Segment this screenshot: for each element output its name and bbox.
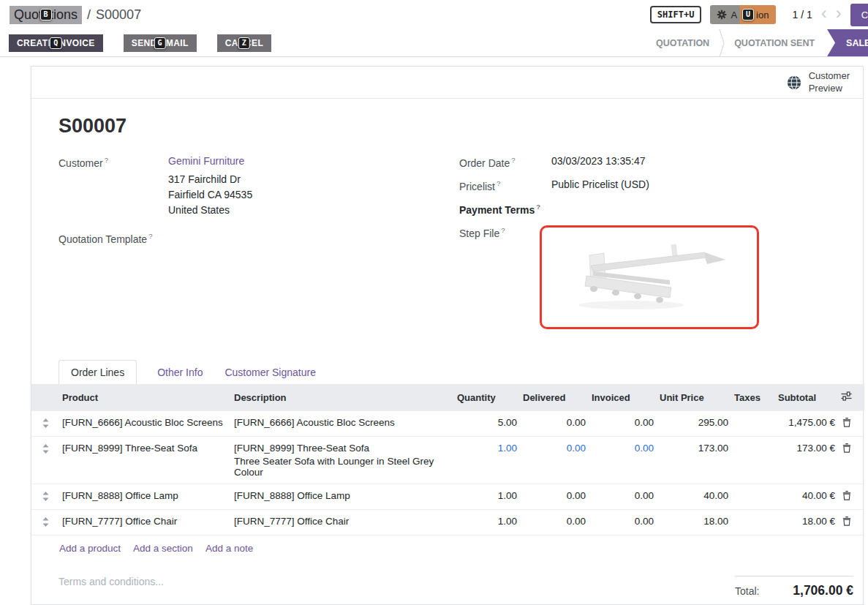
action-menu-button[interactable]: A U ion [710,5,776,24]
line-invoiced[interactable]: 0.00 [589,437,657,484]
breadcrumb-current: S00007 [96,7,141,23]
line-product[interactable]: [FURN_8888] Office Lamp [59,484,231,510]
action-button-right: U ion [740,5,776,24]
add-product-link[interactable]: Add a product [59,543,121,554]
line-subtotal: 173.00 € [775,437,838,484]
sheet-footer: Terms and conditions... Total: 1,706.00 … [31,561,863,598]
line-description[interactable]: [FURN_8999] Three-Seat Sofa Three Seater… [231,437,454,484]
line-taxes[interactable] [731,411,775,437]
order-line-row[interactable]: [FURN_7777] Office Chair [FURN_7777] Off… [31,510,864,536]
send-email-button[interactable]: SEND EMAIL G [124,34,197,52]
breadcrumb-quotations-link[interactable]: Quotations B [10,6,82,24]
col-unit-price[interactable]: Unit Price [657,384,731,411]
col-subtotal[interactable]: Subtotal [775,384,838,411]
help-marker: ? [497,179,500,187]
line-product[interactable]: [FURN_6666] Acoustic Bloc Screens [59,411,231,437]
action-label-start: A [731,10,737,20]
line-taxes[interactable] [731,510,775,536]
hint-badge-z: Z [238,37,250,49]
tab-customer-signature[interactable]: Customer Signature [223,361,317,384]
line-unit-price[interactable]: 18.00 [657,510,731,536]
order-date-label: Order Date? [459,155,551,170]
handle-column-header [31,384,59,411]
line-description[interactable]: [FURN_7777] Office Chair [231,510,454,536]
line-product[interactable]: [FURN_8999] Three-Seat Sofa [59,437,231,484]
drag-handle-icon[interactable] [42,490,49,503]
delete-line-icon[interactable] [842,516,851,528]
help-marker: ? [105,156,108,164]
breadcrumb: Quotations B / S00007 [10,6,141,24]
line-invoiced[interactable]: 0.00 [589,411,657,437]
line-invoiced[interactable]: 0.00 [589,484,657,510]
drag-handle-icon[interactable] [42,443,49,456]
add-section-link[interactable]: Add a section [133,543,193,554]
delete-line-icon[interactable] [842,490,851,503]
status-quotation[interactable]: QUOTATION [646,29,719,56]
order-line-row[interactable]: [FURN_8888] Office Lamp [FURN_8888] Offi… [31,484,864,510]
line-invoiced[interactable]: 0.00 [589,510,657,536]
order-line-row[interactable]: [FURN_6666] Acoustic Bloc Screens [FURN_… [31,411,864,437]
hint-badge-u: U [742,9,754,20]
record-title: S00007 [59,115,837,138]
col-description[interactable]: Description [231,384,454,411]
line-quantity[interactable]: 1.00 [454,510,520,536]
hint-badge-g: G [154,37,166,49]
line-delivered[interactable]: 0.00 [520,411,589,437]
gear-icon [717,10,727,20]
pager-next-icon[interactable]: › [836,4,842,22]
order-date-value[interactable]: 03/03/2023 13:35:47 [551,155,645,170]
line-subtotal: 1,475.00 € [775,411,838,437]
line-delivered[interactable]: 0.00 [520,484,589,510]
tab-order-lines[interactable]: Order Lines [59,360,137,384]
pricelist-label: Pricelist? [459,179,551,193]
line-description[interactable]: [FURN_8888] Office Lamp [231,484,454,510]
col-taxes[interactable]: Taxes [731,384,775,411]
create-invoice-button[interactable]: CREATE INVOICE Q [9,34,103,52]
tab-other-info[interactable]: Other Info [156,361,204,384]
line-taxes[interactable] [731,437,775,484]
line-delivered[interactable]: 0.00 [520,437,589,484]
step-file-preview[interactable] [540,225,759,329]
col-product[interactable]: Product [59,384,231,411]
line-product[interactable]: [FURN_7777] Office Chair [59,510,231,536]
create-button[interactable]: Ci [850,4,868,26]
quotation-template-label: Quotation Template? [59,231,168,246]
delete-line-icon[interactable] [842,417,851,429]
line-unit-price[interactable]: 173.00 [657,437,731,484]
help-marker: ? [511,156,515,164]
line-unit-price[interactable]: 295.00 [657,411,731,437]
breadcrumb-separator: / [87,7,91,23]
line-description[interactable]: [FURN_6666] Acoustic Bloc Screens [231,411,454,437]
optional-columns-icon[interactable] [841,391,852,403]
pricelist-value[interactable]: Public Pricelist (USD) [551,179,649,193]
delete-line-icon[interactable] [842,443,851,455]
total-block: Total: 1,706.00 € [735,576,853,598]
col-quantity[interactable]: Quantity [454,384,520,411]
line-quantity[interactable]: 5.00 [454,411,520,437]
line-quantity[interactable]: 1.00 [454,437,520,484]
order-line-row[interactable]: [FURN_8999] Three-Seat Sofa [FURN_8999] … [31,437,864,484]
col-delivered[interactable]: Delivered [520,384,589,411]
table-header-row: Product Description Quantity Delivered I… [31,384,864,411]
customer-value-link[interactable]: Gemini Furniture [168,155,244,167]
add-note-link[interactable]: Add a note [205,543,253,554]
customer-preview-button[interactable]: Customer Preview [786,70,850,94]
cancel-button[interactable]: CANCEL Z [217,34,271,52]
status-sales-order[interactable]: SALES ORDER [827,29,868,56]
action-label-end: ion [756,10,769,20]
line-taxes[interactable] [731,484,775,510]
line-unit-price[interactable]: 40.00 [657,484,731,510]
customer-label: Customer? [59,155,168,218]
status-quotation-sent[interactable]: QUOTATION SENT [725,29,824,56]
customer-address: 317 Fairchild Dr Fairfield CA 94535 Unit… [168,172,252,218]
line-delivered[interactable]: 0.00 [520,510,589,536]
col-invoiced[interactable]: Invoiced [589,384,657,411]
pager-previous-icon[interactable]: ‹ [821,4,827,22]
step-file-label: Step File? [459,225,540,329]
globe-icon [786,75,802,91]
total-label: Total: [735,585,759,597]
line-quantity[interactable]: 1.00 [454,484,520,510]
drag-handle-icon[interactable] [42,516,49,529]
drag-handle-icon[interactable] [42,417,49,430]
terms-placeholder[interactable]: Terms and conditions... [59,576,164,587]
